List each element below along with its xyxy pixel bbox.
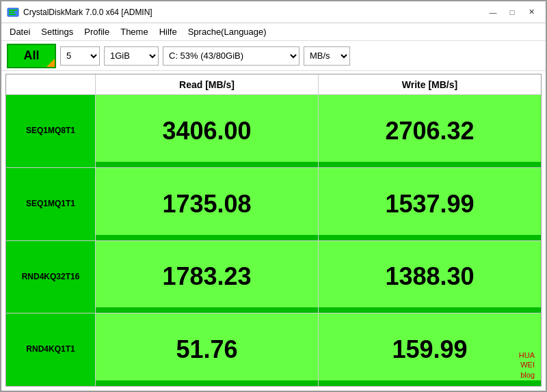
table-row: SEQ1M Q1T1 1735.08 1537.99 [6, 168, 541, 241]
read-col-header: Read [MB/s] [96, 74, 319, 94]
menu-hilfe[interactable]: Hilfe [154, 25, 183, 39]
all-button[interactable]: All [7, 44, 56, 68]
table-row: RND4K Q32T16 1783.23 1388.30 [6, 241, 541, 314]
results-wrapper: Read [MB/s] Write [MB/s] SEQ1M Q8T1 3406… [5, 74, 542, 387]
row-read-seq1m-q1t1: 1735.08 [96, 168, 319, 240]
menu-profile[interactable]: Profile [79, 25, 115, 39]
table-row: RND4K Q1T1 51.76 159.99 [6, 313, 541, 386]
svg-rect-3 [9, 14, 16, 15]
row-label-rnd4k-q1t1: RND4K Q1T1 [6, 313, 96, 386]
count-select[interactable]: 5 1 3 9 [60, 46, 100, 66]
row-write-seq1m-q8t1: 2706.32 [319, 95, 541, 167]
window-controls: — □ ✕ [484, 5, 540, 19]
write-col-header: Write [MB/s] [319, 74, 541, 94]
label-col-header [6, 74, 96, 94]
maximize-button[interactable]: □ [503, 5, 521, 19]
data-rows: SEQ1M Q8T1 3406.00 2706.32 SEQ1M [6, 95, 541, 386]
menu-language[interactable]: Sprache(Language) [183, 25, 272, 39]
row-read-rnd4k-q1t1: 51.76 [96, 313, 319, 386]
row-label-seq1m-q8t1: SEQ1M Q8T1 [6, 95, 96, 167]
svg-rect-2 [9, 12, 14, 13]
column-headers: Read [MB/s] Write [MB/s] [6, 74, 541, 95]
row-write-seq1m-q1t1: 1537.99 [319, 168, 541, 240]
content-area: Read [MB/s] Write [MB/s] SEQ1M Q8T1 3406… [1, 71, 546, 391]
menu-settings[interactable]: Settings [36, 25, 79, 39]
row-read-seq1m-q8t1: 3406.00 [96, 95, 319, 167]
close-button[interactable]: ✕ [522, 5, 540, 19]
minimize-button[interactable]: — [484, 5, 502, 19]
app-icon [7, 6, 19, 18]
svg-rect-1 [9, 10, 17, 11]
row-label-rnd4k-q32t16: RND4K Q32T16 [6, 241, 96, 313]
drive-select[interactable]: C: 53% (43/80GiB) [163, 46, 299, 66]
results-table: Read [MB/s] Write [MB/s] SEQ1M Q8T1 3406… [5, 74, 542, 387]
toolbar: All 5 1 3 9 1GiB 512MiB 2GiB 4GiB 8GiB C… [1, 41, 546, 71]
title-bar: CrystalDiskMark 7.0.0 x64 [ADMIN] — □ ✕ [1, 1, 546, 23]
menu-theme[interactable]: Theme [115, 25, 153, 39]
app-window: CrystalDiskMark 7.0.0 x64 [ADMIN] — □ ✕ … [0, 0, 547, 392]
row-write-rnd4k-q32t16: 1388.30 [319, 241, 541, 313]
row-label-seq1m-q1t1: SEQ1M Q1T1 [6, 168, 96, 240]
menu-datei[interactable]: Datei [4, 25, 36, 39]
row-write-rnd4k-q1t1: 159.99 [319, 313, 541, 386]
menu-bar: Datei Settings Profile Theme Hilfe Sprac… [1, 23, 546, 41]
window-title: CrystalDiskMark 7.0.0 x64 [ADMIN] [23, 8, 484, 17]
row-read-rnd4k-q32t16: 1783.23 [96, 241, 319, 313]
size-select[interactable]: 1GiB 512MiB 2GiB 4GiB 8GiB [104, 46, 159, 66]
unit-select[interactable]: MB/s GB/s IOPS μs [304, 46, 350, 66]
table-row: SEQ1M Q8T1 3406.00 2706.32 [6, 95, 541, 168]
